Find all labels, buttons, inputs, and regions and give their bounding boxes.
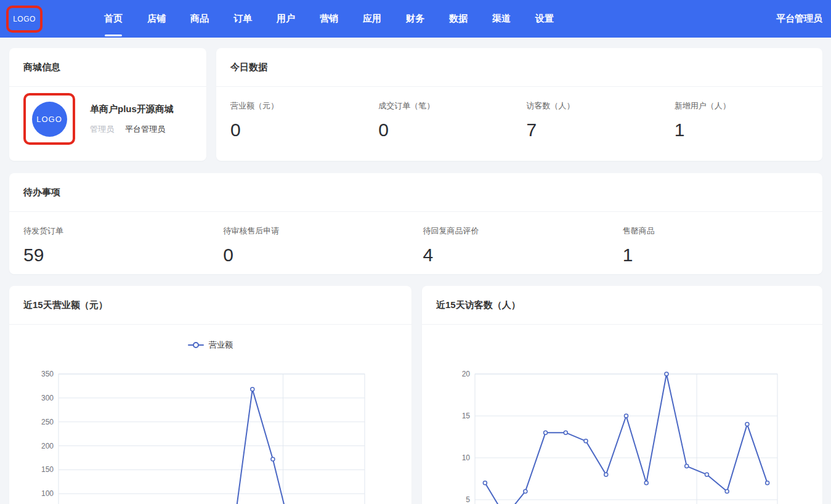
svg-text:100: 100 bbox=[41, 489, 54, 498]
visitors-chart-card: 近15天访客数（人） 2015105 bbox=[422, 286, 822, 504]
visitors-line-chart: 2015105 bbox=[422, 368, 822, 504]
svg-text:5: 5 bbox=[466, 495, 470, 504]
mall-info-title: 商城信息 bbox=[23, 62, 60, 73]
todo-pending-review-reply[interactable]: 待回复商品评价 4 bbox=[423, 226, 623, 266]
line-series-legend-icon bbox=[188, 342, 204, 348]
revenue-chart-card-header: 近15天营业额（元） bbox=[9, 286, 411, 325]
role-value: 平台管理员 bbox=[125, 124, 165, 135]
nav-item-product[interactable]: 商品 bbox=[190, 0, 209, 38]
revenue-legend-item[interactable]: 营业额 bbox=[9, 341, 411, 349]
main-nav: 首页 店铺 商品 订单 用户 营销 应用 财务 数据 渠道 设置 bbox=[104, 0, 554, 38]
dashboard-page: 商城信息 LOGO 单商户plus开源商城 管理员 平台管理员 今日数据 bbox=[0, 38, 831, 504]
today-data-title: 今日数据 bbox=[230, 62, 267, 73]
svg-text:250: 250 bbox=[41, 418, 54, 426]
revenue-chart-card: 近15天营业额（元） 营业额 350300250200150100 bbox=[9, 286, 411, 504]
revenue-chart-title: 近15天营业额（元） bbox=[23, 299, 108, 311]
nav-item-marketing[interactable]: 营销 bbox=[320, 0, 338, 38]
mall-info-card-header: 商城信息 bbox=[9, 48, 206, 87]
svg-text:10: 10 bbox=[462, 453, 471, 462]
nav-item-order[interactable]: 订单 bbox=[233, 0, 252, 38]
todo-sold-out-products[interactable]: 售罄商品 1 bbox=[623, 226, 822, 266]
todo-card-header: 待办事项 bbox=[9, 173, 822, 212]
nav-item-channel[interactable]: 渠道 bbox=[492, 0, 511, 38]
nav-item-user[interactable]: 用户 bbox=[277, 0, 295, 38]
today-data-card: 今日数据 营业额（元） 0 成交订单（笔） 0 访客数（人） 7 新增用户（人）… bbox=[216, 48, 822, 161]
nav-item-settings[interactable]: 设置 bbox=[535, 0, 554, 38]
svg-text:200: 200 bbox=[41, 442, 54, 450]
todo-title: 待办事项 bbox=[23, 187, 60, 198]
nav-item-finance[interactable]: 财务 bbox=[406, 0, 424, 38]
mall-info-card: 商城信息 LOGO 单商户plus开源商城 管理员 平台管理员 bbox=[9, 48, 206, 161]
today-data-card-header: 今日数据 bbox=[216, 48, 822, 87]
logo[interactable]: LOGO bbox=[13, 15, 36, 23]
active-tab-underline bbox=[105, 35, 122, 36]
nav-item-app[interactable]: 应用 bbox=[363, 0, 381, 38]
stat-turnover: 营业额（元） 0 bbox=[230, 100, 378, 140]
role-label: 管理员 bbox=[90, 124, 114, 135]
todo-pending-aftersale-review[interactable]: 待审核售后申请 0 bbox=[223, 226, 423, 266]
top-navbar: LOGO 首页 店铺 商品 订单 用户 营销 应用 财务 数据 渠道 设置 平台… bbox=[0, 0, 831, 38]
avatar-annotation-highlight-box: LOGO bbox=[23, 93, 75, 145]
visitors-chart-card-header: 近15天访客数（人） bbox=[422, 286, 822, 325]
svg-text:150: 150 bbox=[41, 465, 54, 474]
svg-text:15: 15 bbox=[462, 412, 471, 420]
nav-item-shop[interactable]: 店铺 bbox=[147, 0, 166, 38]
svg-text:300: 300 bbox=[41, 394, 54, 402]
todo-pending-shipment[interactable]: 待发货订单 59 bbox=[23, 226, 223, 266]
stat-completed-orders: 成交订单（笔） 0 bbox=[378, 100, 526, 140]
visitors-chart-title: 近15天访客数（人） bbox=[436, 299, 521, 311]
svg-text:20: 20 bbox=[462, 370, 471, 378]
svg-text:350: 350 bbox=[41, 370, 54, 378]
nav-item-data[interactable]: 数据 bbox=[449, 0, 468, 38]
todo-card: 待办事项 待发货订单 59 待审核售后申请 0 待回复商品评价 4 售罄商品 1 bbox=[9, 173, 822, 274]
stat-new-users: 新增用户（人） 1 bbox=[675, 100, 822, 140]
stat-visitors: 访客数（人） 7 bbox=[527, 100, 675, 140]
logo-annotation-highlight-box: LOGO bbox=[6, 6, 43, 33]
nav-item-home[interactable]: 首页 bbox=[104, 0, 123, 38]
current-user-menu[interactable]: 平台管理员 bbox=[776, 13, 822, 25]
revenue-line-chart: 350300250200150100 bbox=[9, 368, 411, 504]
legend-label: 营业额 bbox=[209, 339, 233, 351]
mall-name: 单商户plus开源商城 bbox=[90, 104, 174, 115]
mall-logo-avatar: LOGO bbox=[32, 102, 67, 137]
